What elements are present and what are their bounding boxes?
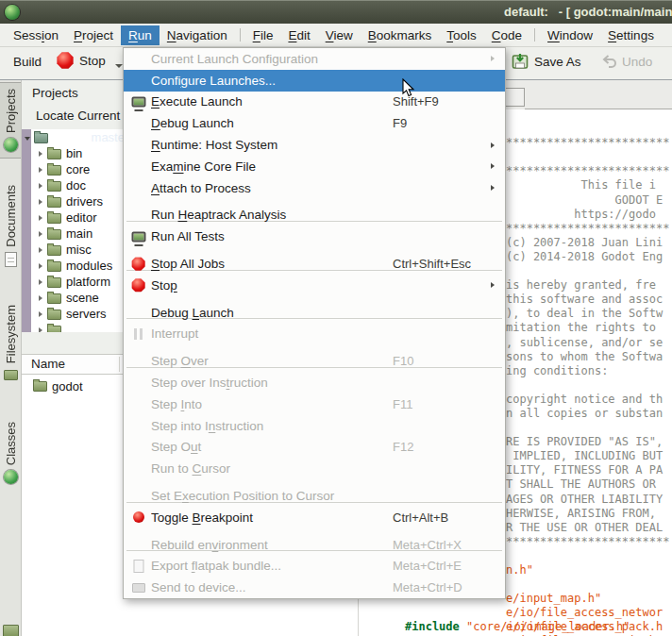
folder-icon <box>47 245 61 256</box>
menubar-item[interactable]: Code <box>484 25 529 45</box>
menu-item-shortcut: Meta+Ctrl+E <box>393 559 491 573</box>
menubar-item[interactable]: Settings <box>600 25 662 45</box>
expand-arrow-icon[interactable] <box>36 199 45 205</box>
menu-item[interactable]: Attach to Process <box>124 177 505 199</box>
menubar-item[interactable]: Project <box>66 25 121 45</box>
code-line: IMPLIED, INCLUDING BUT <box>506 449 672 463</box>
menubar-item[interactable]: Run <box>121 25 160 45</box>
expand-arrow-icon[interactable] <box>36 263 45 269</box>
menu-item[interactable]: Configure Launches... <box>124 70 505 92</box>
sidebar-tab[interactable]: Documents <box>0 179 21 273</box>
collapse-arrow-icon[interactable] <box>23 135 32 141</box>
sidebar-tab[interactable]: Classes <box>0 416 21 490</box>
code-line <box>506 421 672 435</box>
menubar-item[interactable]: Tools <box>439 25 484 45</box>
menu-item[interactable]: Examine Core File <box>124 156 505 177</box>
menu-item-label: Step Into <box>151 397 393 411</box>
name-column-header[interactable]: Name <box>22 354 123 375</box>
tree-row[interactable]: platform <box>22 274 123 290</box>
menu-item[interactable]: Stop <box>124 275 505 296</box>
menu-item[interactable]: Execute Launch Shift+F9 <box>124 92 505 113</box>
expand-arrow-icon[interactable] <box>36 167 45 173</box>
expand-arrow-icon[interactable] <box>36 231 45 237</box>
menubar-item[interactable] <box>240 28 241 42</box>
expand-arrow-icon[interactable] <box>36 151 45 157</box>
submenu-arrow-icon <box>491 56 499 61</box>
tree-row[interactable]: drivers <box>22 193 123 209</box>
app-window-icon[interactable] <box>5 5 20 20</box>
expand-arrow-icon[interactable] <box>36 279 45 285</box>
tree-item-label: core <box>66 162 90 176</box>
tree-row[interactable]: bin <box>22 145 123 161</box>
menu-item[interactable]: Runtime: Host System <box>124 134 505 156</box>
menu-item-label: Step Out <box>151 440 393 454</box>
menu-item-label: Export flatpak bundle... <box>151 559 393 573</box>
locate-current-document-button[interactable]: Locate Current Document <box>22 100 123 123</box>
menu-item-shortcut: F11 <box>393 397 491 411</box>
tree-root-label: godot <box>53 130 84 144</box>
menu-item-icon <box>128 93 148 109</box>
tree-row[interactable]: modules <box>22 258 123 274</box>
menubar-item[interactable]: File <box>245 25 281 45</box>
code-line: e/input_map.h" <box>506 592 672 606</box>
menu-item-label: Current Launch Configuration <box>151 52 393 66</box>
list-item[interactable]: godot <box>22 375 123 395</box>
menu-item[interactable]: Run All Tests <box>124 226 505 247</box>
menubar-item[interactable]: Session <box>6 25 66 45</box>
undo-label: Undo <box>622 55 652 69</box>
expand-arrow-icon[interactable] <box>36 183 45 189</box>
window-title: default: - [ godot:main/main. <box>504 5 672 19</box>
menubar-item[interactable]: Window <box>540 25 600 45</box>
expand-arrow-icon[interactable] <box>36 295 45 301</box>
build-button[interactable]: Build <box>13 55 42 69</box>
menu-item[interactable]: Toggle Breakpoint Ctrl+Alt+B <box>124 507 505 528</box>
menubar-item[interactable] <box>534 28 535 42</box>
menu-item-label: Runtime: Host System <box>151 138 393 152</box>
expand-arrow-icon[interactable] <box>36 247 45 253</box>
menu-item-label: Step into Instruction <box>151 419 393 433</box>
editor-tab[interactable] <box>505 88 525 107</box>
folder-icon <box>47 277 61 288</box>
tree-row[interactable]: core <box>22 161 123 177</box>
code-line <box>506 150 672 164</box>
code-line: https://godo <box>506 208 672 222</box>
menu-item: Current Launch Configuration <box>124 48 505 70</box>
menubar-item[interactable]: Edit <box>280 25 317 45</box>
expand-arrow-icon[interactable] <box>36 327 45 333</box>
tree-row[interactable]: servers <box>22 306 123 322</box>
code-line: e/io/file_access_networ <box>506 606 672 620</box>
code-line: This file i <box>506 178 672 192</box>
sidebar-tab[interactable]: Filesystem <box>0 299 21 386</box>
menu-item: Step Out F12 <box>124 437 505 459</box>
folder-icon <box>47 261 61 272</box>
sidebar-tab[interactable]: Projects <box>0 82 21 159</box>
expand-arrow-icon[interactable] <box>36 311 45 317</box>
menubar-item[interactable]: Navigation <box>160 25 235 45</box>
menubar-item[interactable]: View <box>318 25 361 45</box>
stop-dropdown-caret-icon[interactable] <box>115 64 123 68</box>
expand-arrow-icon[interactable] <box>36 215 45 221</box>
menubar-item[interactable]: Bookmarks <box>361 25 440 45</box>
menu-item[interactable]: Debug Launch F9 <box>124 112 505 134</box>
stop-button-label: Stop <box>79 54 106 68</box>
mouse-cursor <box>402 78 415 98</box>
tree-row[interactable]: doc <box>22 177 123 193</box>
tree-row[interactable]: editor <box>22 209 123 226</box>
menu-item-icon <box>128 537 148 553</box>
save-as-button[interactable]: Save As <box>512 53 581 70</box>
tree-row[interactable]: main <box>22 226 123 242</box>
tree-row-godot-root[interactable]: godot master <box>22 129 123 145</box>
menu-item-icon <box>128 326 148 342</box>
stop-button[interactable]: Stop <box>57 52 123 69</box>
tree-row[interactable]: misc <box>22 242 123 258</box>
project-tree[interactable]: godot master bin core doc drivers editor <box>22 129 123 332</box>
tree-row[interactable]: scene <box>22 290 123 306</box>
column-divider[interactable] <box>119 357 120 372</box>
sidebar-tab-icon <box>4 470 18 484</box>
tree-row[interactable] <box>22 322 123 332</box>
menu-item[interactable]: Run Heaptrack Analysis <box>124 205 505 226</box>
menu-item[interactable]: Debug Launch <box>124 302 505 324</box>
menu-item[interactable]: Stop All Jobs Ctrl+Shift+Esc <box>124 253 505 275</box>
code-line: AGES OR OTHER LIABILITY <box>506 493 672 507</box>
menu-item: Run to Cursor <box>124 458 505 479</box>
